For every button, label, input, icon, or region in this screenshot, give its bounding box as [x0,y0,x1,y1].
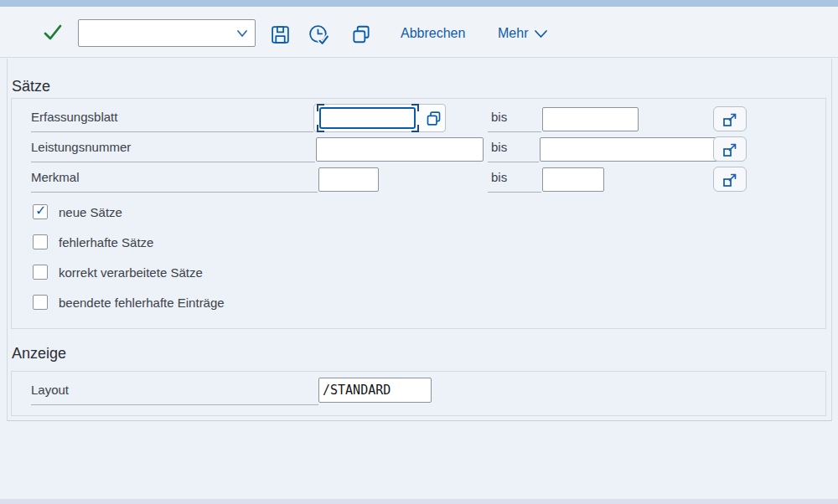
checkbox-row-beendete-fehlerhafte-eintraege: beendete fehlerhafte Einträge [33,294,225,311]
merkmal-from-input[interactable] [318,167,379,192]
leistungsnummer-from-input[interactable] [316,137,484,162]
value-help-button[interactable] [422,107,444,129]
field-label-layout: Layout [31,375,318,405]
abbrechen-button[interactable]: Abbrechen [394,21,472,46]
window-bottom-strip [0,499,838,504]
erfassungsblatt-from-fieldgroup [313,104,446,132]
checkbox-row-korrekt-verarbeitete-saetze: korrekt verarbeitete Sätze [33,264,203,280]
copy-button[interactable] [348,21,375,48]
merkmal-to-input[interactable] [542,167,604,192]
multiple-selection-button-leistungsnummer[interactable] [713,136,747,162]
checkbox-label: neue Sätze [59,205,122,219]
multi-select-arrow-icon [721,170,739,188]
multi-select-arrow-icon [721,110,739,128]
clock-check-icon [308,23,330,46]
checkbox-row-fehlerhafte-saetze: fehlerhafte Sätze [33,234,153,250]
value-help-copy-icon [425,110,442,127]
schedule-button[interactable] [305,21,332,48]
bis-label: bis [488,102,541,132]
mehr-button[interactable]: Mehr [491,21,555,46]
layout-input[interactable] [318,378,432,403]
toolbar: Abbrechen Mehr [0,7,838,58]
checkbox-beendete-fehlerhafte-eintraege[interactable] [33,295,48,310]
checkbox-label: fehlerhafte Sätze [59,235,153,249]
chevron-down-icon[interactable] [235,27,249,40]
erfassungsblatt-to-input[interactable] [542,107,639,131]
save-icon [270,24,291,45]
window-top-strip [0,0,838,7]
multiple-selection-button-erfassungsblatt[interactable] [713,106,747,131]
mehr-label: Mehr [498,26,528,41]
focus-frame [317,105,419,131]
selection-screen-panel: Sätze Erfassungsblatt [7,59,832,421]
section-title-anzeige: Anzeige [12,343,66,363]
group-anzeige: Layout [11,371,826,416]
checkbox-neue-saetze[interactable] [33,204,48,219]
section-title-saetze: Sätze [12,76,50,96]
confirm-check-icon[interactable] [42,22,64,44]
command-combobox-input[interactable] [82,22,233,44]
multiple-selection-button-merkmal[interactable] [713,167,747,192]
bis-label: bis [488,132,539,162]
bis-label: bis [488,162,541,193]
checkbox-row-neue-saetze: neue Sätze [33,203,122,220]
checkbox-label: korrekt verarbeitete Sätze [59,265,203,280]
multi-select-arrow-icon [721,140,739,158]
checkbox-fehlerhafte-saetze[interactable] [33,234,48,249]
save-button[interactable] [266,21,293,48]
erfassungsblatt-from-input[interactable] [319,107,416,129]
field-label-leistungsnummer: Leistungsnummer [31,132,315,162]
group-saetze: Erfassungsblatt [11,98,826,329]
field-label-erfassungsblatt: Erfassungsblatt [31,102,313,132]
leistungsnummer-to-input[interactable] [540,137,721,162]
command-combobox[interactable] [78,19,256,47]
checkbox-label: beendete fehlerhafte Einträge [59,296,225,310]
checkbox-korrekt-verarbeitete-saetze[interactable] [33,265,48,280]
copy-icon [350,23,372,45]
abbrechen-label: Abbrechen [401,26,465,41]
field-label-merkmal: Merkmal [31,162,318,193]
sap-window: Abbrechen Mehr Sätze Erfassungsblatt [0,0,838,504]
chevron-down-icon [534,28,548,39]
